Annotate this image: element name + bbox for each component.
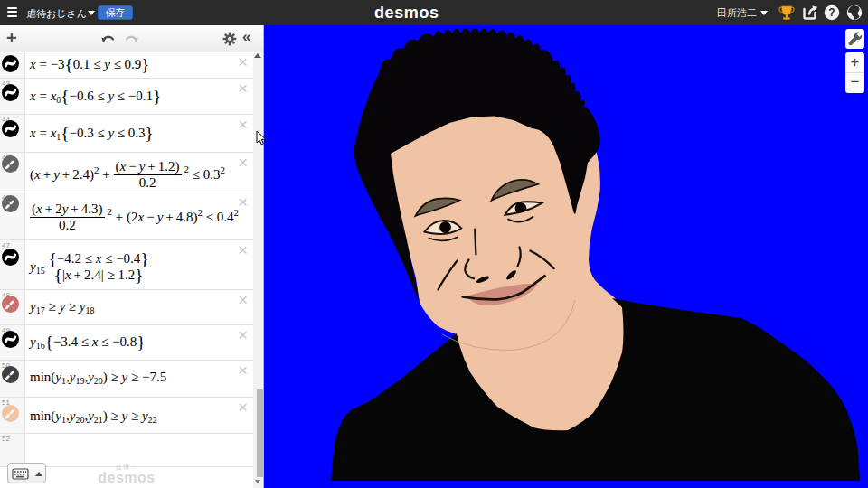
svg-text:?: ? (828, 6, 835, 19)
